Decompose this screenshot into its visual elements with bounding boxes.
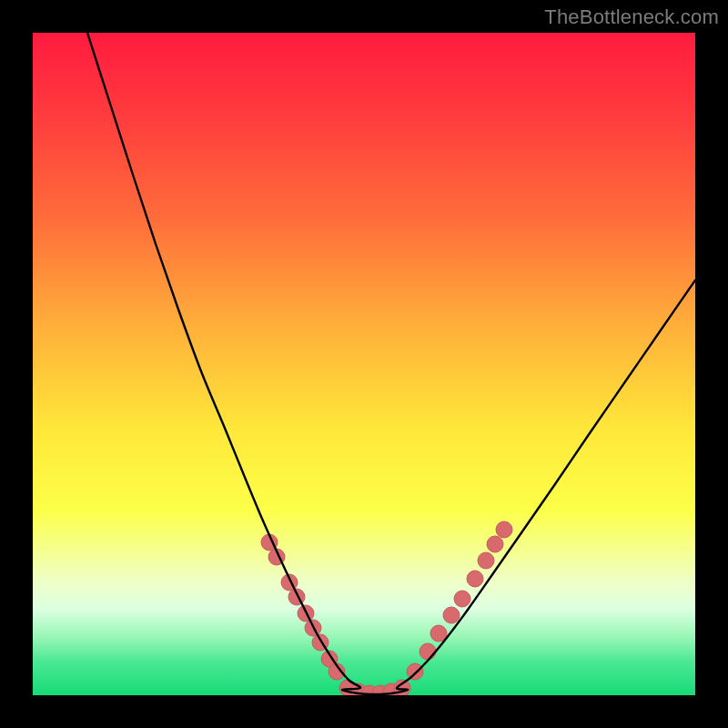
marker-point xyxy=(443,607,460,623)
marker-point xyxy=(454,591,470,607)
marker-point xyxy=(407,663,423,680)
bottleneck-curve xyxy=(87,33,695,694)
marker-point xyxy=(496,521,512,538)
chart-stage: TheBottleneck.com xyxy=(0,0,728,728)
marker-group xyxy=(261,521,512,695)
marker-point xyxy=(420,643,436,660)
curve-layer xyxy=(33,33,695,695)
marker-point xyxy=(487,536,503,552)
marker-point xyxy=(467,571,483,587)
marker-point xyxy=(478,552,494,569)
plot-area xyxy=(33,33,695,695)
watermark-text: TheBottleneck.com xyxy=(544,5,719,29)
